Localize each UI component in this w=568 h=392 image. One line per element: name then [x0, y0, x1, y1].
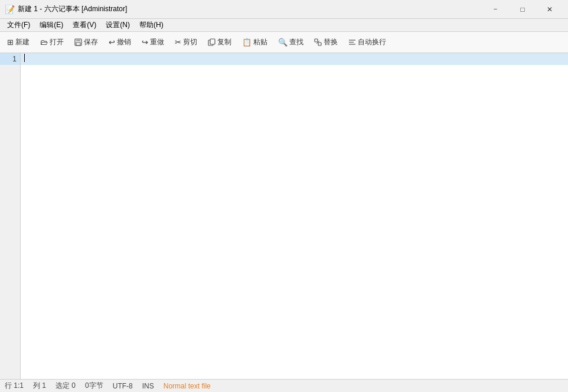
find-button[interactable]: 🔍 查找 [273, 34, 308, 51]
menu-help[interactable]: 帮助(H) [135, 19, 168, 31]
open-icon: 🗁 [40, 38, 48, 47]
menu-edit[interactable]: 编辑(E) [35, 19, 68, 31]
status-insert-mode: INS [142, 382, 154, 390]
status-bytes: 0字节 [85, 381, 103, 391]
editor-line-1[interactable] [21, 53, 568, 65]
redo-icon: ↪ [142, 38, 148, 47]
replace-button[interactable]: 替换 [309, 34, 342, 51]
status-col: 列 1 [33, 381, 46, 391]
cut-button[interactable]: ✂ 剪切 [170, 34, 202, 51]
new-icon: ⊞ [7, 38, 14, 47]
replace-icon [314, 38, 322, 46]
status-row-col: 行 1:1 [5, 381, 24, 391]
copy-icon [208, 38, 216, 46]
status-selection: 选定 0 [56, 381, 76, 391]
close-button[interactable]: ✕ [536, 0, 563, 19]
window-title: 新建 1 - 六六记事本 [Administrator] [18, 4, 482, 14]
undo-icon: ↩ [109, 38, 115, 47]
save-label: 保存 [84, 37, 98, 47]
replace-label: 替换 [324, 37, 338, 47]
copy-label: 复制 [217, 37, 231, 47]
editor-area[interactable] [21, 53, 568, 379]
redo-button[interactable]: ↪ 重做 [137, 34, 169, 51]
main-area: 1 [0, 53, 568, 379]
menu-settings[interactable]: 设置(N) [101, 19, 135, 31]
wrap-button[interactable]: 自动换行 [344, 34, 391, 51]
svg-rect-4 [210, 39, 215, 44]
paste-label: 粘贴 [253, 37, 267, 47]
line-number-1: 1 [0, 53, 20, 65]
status-bar: 行 1:1 列 1 选定 0 0字节 UTF-8 INS Normal text… [0, 379, 568, 392]
svg-rect-2 [76, 43, 80, 45]
svg-rect-1 [76, 39, 80, 41]
window-controls: － □ ✕ [482, 0, 563, 19]
line-numbers: 1 [0, 53, 21, 379]
menu-view[interactable]: 查看(V) [68, 19, 101, 31]
text-cursor [24, 54, 25, 62]
cut-label: 剪切 [183, 37, 197, 47]
undo-label: 撤销 [117, 37, 131, 47]
status-encoding: UTF-8 [113, 382, 133, 390]
open-label: 打开 [50, 37, 64, 47]
save-button[interactable]: 保存 [70, 34, 103, 51]
svg-rect-5 [315, 39, 318, 42]
new-label: 新建 [15, 37, 30, 47]
svg-rect-6 [318, 43, 321, 45]
find-icon: 🔍 [278, 38, 288, 47]
paste-button[interactable]: 📋 粘贴 [237, 34, 272, 51]
status-file-type: Normal text file [164, 382, 211, 390]
save-icon [74, 38, 82, 46]
minimize-button[interactable]: － [482, 0, 509, 19]
title-bar: 📝 新建 1 - 六六记事本 [Administrator] － □ ✕ [0, 0, 568, 19]
paste-icon: 📋 [242, 38, 252, 47]
copy-button[interactable]: 复制 [203, 34, 236, 51]
find-label: 查找 [289, 37, 303, 47]
open-button[interactable]: 🗁 打开 [35, 34, 68, 51]
redo-label: 重做 [150, 37, 164, 47]
wrap-label: 自动换行 [358, 37, 386, 47]
wrap-icon [348, 38, 356, 46]
app-icon: 📝 [5, 5, 14, 14]
cut-icon: ✂ [175, 38, 181, 47]
toolbar: ⊞ 新建 🗁 打开 保存 ↩ 撤销 ↪ 重做 ✂ 剪切 复制 📋 粘贴 🔍 查找 [0, 32, 568, 53]
undo-button[interactable]: ↩ 撤销 [104, 34, 136, 51]
new-button[interactable]: ⊞ 新建 [2, 34, 34, 51]
maximize-button[interactable]: □ [509, 0, 536, 19]
menu-bar: 文件(F) 编辑(E) 查看(V) 设置(N) 帮助(H) [0, 19, 568, 32]
menu-file[interactable]: 文件(F) [2, 19, 35, 31]
